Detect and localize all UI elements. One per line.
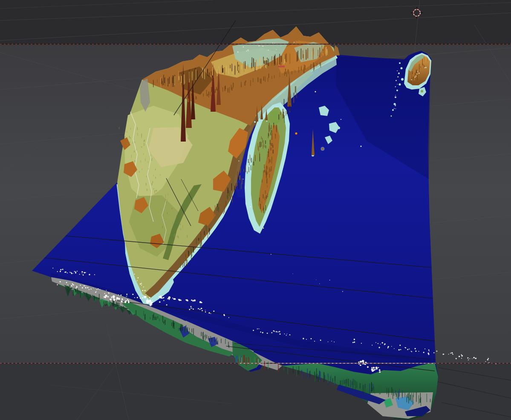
atoll: [394, 103, 396, 105]
red-terrain-patch: [278, 66, 285, 67]
atoll: [391, 116, 392, 117]
island-dot: [263, 228, 264, 229]
atoll: [399, 84, 401, 86]
scene-canvas[interactable]: [0, 0, 511, 420]
island: [260, 119, 262, 121]
viewport-3d[interactable]: [0, 0, 511, 420]
island: [322, 148, 324, 150]
island: [254, 121, 256, 123]
atoll: [392, 109, 394, 111]
atoll: [395, 96, 396, 98]
island: [266, 121, 268, 122]
atoll: [398, 72, 400, 74]
island-dot: [341, 119, 341, 120]
atoll: [399, 62, 401, 64]
island: [421, 90, 423, 93]
sky-above-horizon: [0, 0, 511, 44]
island-dot: [361, 146, 362, 147]
object-origin[interactable]: [295, 132, 297, 134]
atoll: [396, 90, 398, 91]
island-dot: [315, 91, 316, 93]
atoll: [401, 67, 403, 70]
island: [338, 127, 340, 129]
object-origin-dot[interactable]: [295, 132, 297, 134]
atoll: [401, 78, 404, 81]
